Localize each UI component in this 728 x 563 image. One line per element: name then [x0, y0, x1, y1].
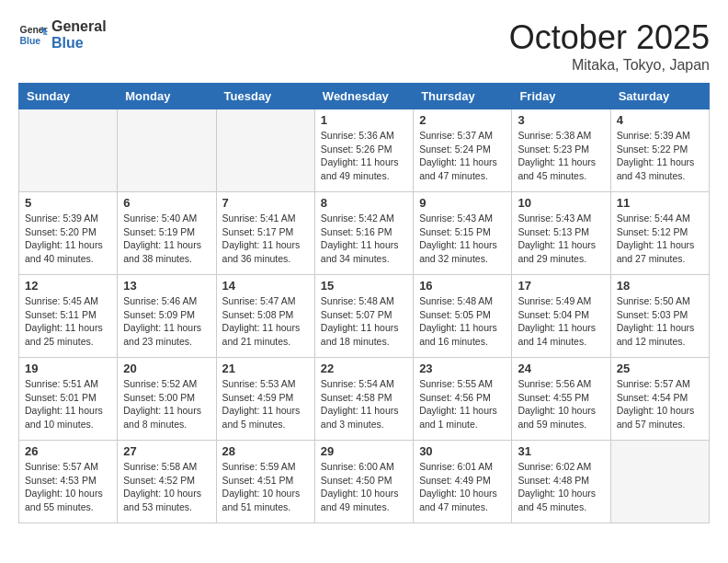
day-cell: 21Sunrise: 5:53 AMSunset: 4:59 PMDayligh… [216, 358, 314, 441]
header-wednesday: Wednesday [314, 84, 413, 109]
day-number: 21 [222, 362, 309, 375]
week-row-4: 19Sunrise: 5:51 AMSunset: 5:01 PMDayligh… [19, 358, 710, 441]
day-cell: 18Sunrise: 5:50 AMSunset: 5:03 PMDayligh… [610, 275, 709, 358]
day-info: Sunrise: 5:58 AMSunset: 4:52 PMDaylight:… [123, 460, 210, 514]
day-cell [610, 441, 709, 523]
logo: General Blue General Blue [18, 18, 107, 52]
calendar-header-row: SundayMondayTuesdayWednesdayThursdayFrid… [19, 84, 710, 109]
logo-blue: Blue [51, 35, 107, 52]
header-saturday: Saturday [610, 84, 709, 109]
day-info: Sunrise: 5:43 AMSunset: 5:15 PMDaylight:… [419, 212, 506, 266]
day-info: Sunrise: 5:39 AMSunset: 5:22 PMDaylight:… [617, 129, 703, 183]
day-cell: 9Sunrise: 5:43 AMSunset: 5:15 PMDaylight… [414, 192, 512, 275]
day-cell: 31Sunrise: 6:02 AMSunset: 4:48 PMDayligh… [512, 441, 610, 523]
day-info: Sunrise: 5:45 AMSunset: 5:11 PMDaylight:… [25, 294, 111, 349]
day-cell: 20Sunrise: 5:52 AMSunset: 5:00 PMDayligh… [118, 358, 216, 441]
day-cell: 24Sunrise: 5:56 AMSunset: 4:55 PMDayligh… [512, 358, 610, 441]
day-cell: 15Sunrise: 5:48 AMSunset: 5:07 PMDayligh… [314, 275, 413, 358]
day-info: Sunrise: 5:57 AMSunset: 4:53 PMDaylight:… [25, 460, 111, 514]
day-cell: 11Sunrise: 5:44 AMSunset: 5:12 PMDayligh… [610, 192, 709, 275]
day-number: 22 [321, 362, 407, 375]
day-number: 12 [25, 279, 111, 293]
day-info: Sunrise: 5:59 AMSunset: 4:51 PMDaylight:… [222, 460, 309, 514]
day-info: Sunrise: 5:40 AMSunset: 5:19 PMDaylight:… [123, 212, 210, 266]
day-info: Sunrise: 5:57 AMSunset: 4:54 PMDaylight:… [617, 377, 703, 431]
day-number: 23 [419, 362, 506, 375]
day-info: Sunrise: 5:51 AMSunset: 5:01 PMDaylight:… [25, 377, 111, 431]
day-cell: 13Sunrise: 5:46 AMSunset: 5:09 PMDayligh… [118, 275, 216, 358]
day-number: 29 [321, 444, 407, 458]
day-number: 20 [123, 362, 210, 375]
day-cell: 2Sunrise: 5:37 AMSunset: 5:24 PMDaylight… [414, 109, 512, 192]
day-number: 2 [419, 113, 506, 127]
day-number: 15 [321, 279, 407, 293]
day-number: 11 [617, 196, 703, 210]
day-cell: 8Sunrise: 5:42 AMSunset: 5:16 PMDaylight… [314, 192, 413, 275]
day-cell: 14Sunrise: 5:47 AMSunset: 5:08 PMDayligh… [216, 275, 314, 358]
header-tuesday: Tuesday [216, 84, 314, 109]
header-monday: Monday [118, 84, 216, 109]
day-cell: 17Sunrise: 5:49 AMSunset: 5:04 PMDayligh… [512, 275, 610, 358]
day-cell: 12Sunrise: 5:45 AMSunset: 5:11 PMDayligh… [19, 275, 118, 358]
week-row-3: 12Sunrise: 5:45 AMSunset: 5:11 PMDayligh… [19, 275, 710, 358]
header-sunday: Sunday [19, 84, 118, 109]
day-number: 4 [617, 113, 703, 127]
day-number: 13 [123, 279, 210, 293]
day-info: Sunrise: 5:43 AMSunset: 5:13 PMDaylight:… [518, 212, 604, 266]
header-thursday: Thursday [414, 84, 512, 109]
day-info: Sunrise: 5:47 AMSunset: 5:08 PMDaylight:… [222, 294, 309, 349]
day-number: 31 [518, 444, 604, 458]
day-info: Sunrise: 6:01 AMSunset: 4:49 PMDaylight:… [419, 460, 506, 514]
day-number: 18 [617, 279, 703, 293]
day-cell: 30Sunrise: 6:01 AMSunset: 4:49 PMDayligh… [414, 441, 512, 523]
day-cell: 29Sunrise: 6:00 AMSunset: 4:50 PMDayligh… [314, 441, 413, 523]
day-cell: 26Sunrise: 5:57 AMSunset: 4:53 PMDayligh… [19, 441, 118, 523]
day-cell: 19Sunrise: 5:51 AMSunset: 5:01 PMDayligh… [19, 358, 118, 441]
day-info: Sunrise: 5:50 AMSunset: 5:03 PMDaylight:… [617, 294, 703, 349]
day-cell: 10Sunrise: 5:43 AMSunset: 5:13 PMDayligh… [512, 192, 610, 275]
day-info: Sunrise: 5:52 AMSunset: 5:00 PMDaylight:… [123, 377, 210, 431]
day-number: 25 [617, 362, 703, 375]
day-number: 27 [123, 444, 210, 458]
header-friday: Friday [512, 84, 610, 109]
day-cell: 5Sunrise: 5:39 AMSunset: 5:20 PMDaylight… [19, 192, 118, 275]
week-row-5: 26Sunrise: 5:57 AMSunset: 4:53 PMDayligh… [19, 441, 710, 523]
day-info: Sunrise: 5:54 AMSunset: 4:58 PMDaylight:… [321, 377, 407, 431]
day-info: Sunrise: 5:53 AMSunset: 4:59 PMDaylight:… [222, 377, 309, 431]
day-info: Sunrise: 5:41 AMSunset: 5:17 PMDaylight:… [222, 212, 309, 266]
day-info: Sunrise: 5:49 AMSunset: 5:04 PMDaylight:… [518, 294, 604, 349]
day-info: Sunrise: 5:38 AMSunset: 5:23 PMDaylight:… [518, 129, 604, 183]
week-row-2: 5Sunrise: 5:39 AMSunset: 5:20 PMDaylight… [19, 192, 710, 275]
day-info: Sunrise: 6:00 AMSunset: 4:50 PMDaylight:… [321, 460, 407, 514]
day-info: Sunrise: 6:02 AMSunset: 4:48 PMDaylight:… [518, 460, 604, 514]
logo-icon: General Blue [18, 20, 48, 50]
day-cell: 27Sunrise: 5:58 AMSunset: 4:52 PMDayligh… [118, 441, 216, 523]
day-info: Sunrise: 5:48 AMSunset: 5:07 PMDaylight:… [321, 294, 407, 349]
day-info: Sunrise: 5:37 AMSunset: 5:24 PMDaylight:… [419, 129, 506, 183]
day-number: 19 [25, 362, 111, 375]
day-number: 3 [518, 113, 604, 127]
day-number: 14 [222, 279, 309, 293]
week-row-1: 1Sunrise: 5:36 AMSunset: 5:26 PMDaylight… [19, 109, 710, 192]
day-number: 6 [123, 196, 210, 210]
day-number: 17 [518, 279, 604, 293]
day-number: 9 [419, 196, 506, 210]
day-number: 30 [419, 444, 506, 458]
logo-general: General [51, 18, 107, 35]
day-info: Sunrise: 5:46 AMSunset: 5:09 PMDaylight:… [123, 294, 210, 349]
day-info: Sunrise: 5:36 AMSunset: 5:26 PMDaylight:… [321, 129, 407, 183]
day-cell: 3Sunrise: 5:38 AMSunset: 5:23 PMDaylight… [512, 109, 610, 192]
day-info: Sunrise: 5:55 AMSunset: 4:56 PMDaylight:… [419, 377, 506, 431]
day-cell: 4Sunrise: 5:39 AMSunset: 5:22 PMDaylight… [610, 109, 709, 192]
day-cell: 1Sunrise: 5:36 AMSunset: 5:26 PMDaylight… [314, 109, 413, 192]
day-number: 28 [222, 444, 309, 458]
day-cell [216, 109, 314, 192]
day-cell: 6Sunrise: 5:40 AMSunset: 5:19 PMDaylight… [118, 192, 216, 275]
day-info: Sunrise: 5:44 AMSunset: 5:12 PMDaylight:… [617, 212, 703, 266]
day-number: 24 [518, 362, 604, 375]
day-number: 10 [518, 196, 604, 210]
day-number: 26 [25, 444, 111, 458]
header: General Blue General Blue October 2025 M… [18, 18, 710, 74]
month-title: October 2025 [509, 18, 710, 57]
day-cell: 16Sunrise: 5:48 AMSunset: 5:05 PMDayligh… [414, 275, 512, 358]
